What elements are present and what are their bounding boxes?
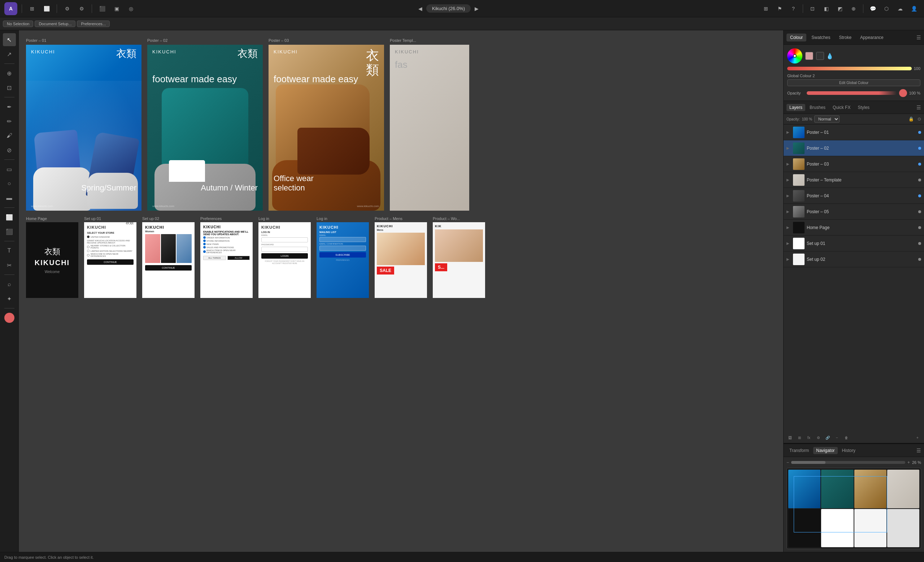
erase-tool[interactable]: ⊘ [3,143,16,157]
appearance-tab[interactable]: Appearance [856,34,887,42]
prefs-allow-btn[interactable]: ALLOW [227,256,250,260]
page-setup01-frame[interactable]: KIKUCHI 衣類 SELECT YOUR STORE UNITED KING… [84,222,136,298]
document-setup-btn[interactable]: Document Setup... [34,21,75,27]
toolbar-right-2[interactable]: ◧ [820,3,832,15]
shape-tool[interactable]: ▭ [3,163,16,176]
layer-adjust-icon[interactable]: ⚙ [814,433,823,441]
ellipse-tool[interactable]: ○ [3,177,16,190]
layer-item-poster01[interactable]: ▶ Poster – 01 [784,124,924,140]
cloud-icon[interactable]: ☁ [894,3,906,15]
lock-icon[interactable]: 🔒 [909,117,914,121]
login1-forgot[interactable]: FORGOT YOUR PASSWORD? DON'T HAVE AN ACCO… [261,260,308,265]
select-tool[interactable]: ↖ [3,33,16,46]
frame-icon[interactable]: ⬛ [96,3,108,15]
layer-grid-icon[interactable]: ⊞ [795,433,804,441]
nav-zoom-out-icon[interactable]: − [786,460,789,465]
styles-tab[interactable]: Styles [855,104,872,111]
login2-subscribe-btn[interactable]: SUBSCRIBE [320,252,366,257]
opacity-slider[interactable] [807,91,897,95]
login2-email-input[interactable] [320,237,366,242]
transform-tab[interactable]: Transform [786,447,812,454]
layer-item-setup02[interactable]: ▶ Set up 02 [784,251,924,267]
setup01-r3[interactable]: WHICH KIM IS OPEN NEAR DIFFERENCES [87,253,134,257]
layer-minus-icon[interactable]: − [832,433,842,441]
crop-tool[interactable]: ⊡ [3,81,16,94]
login1-btn[interactable]: LOGIN [261,253,308,259]
colour-slider[interactable] [787,67,912,70]
page-home-frame[interactable]: 衣類 KIKUCHI Welcome [26,222,78,298]
layer-item-setup01[interactable]: ▶ Set up 01 [784,236,924,251]
brushes-tab[interactable]: Brushes [807,104,828,111]
direct-select-tool[interactable]: ↗ [3,48,16,61]
layer-trash-icon[interactable]: 🗑 [842,433,851,441]
layer-photo-icon[interactable]: 🖼 [786,433,794,441]
right-arrow-icon[interactable]: ▶ [471,3,482,15]
bottom-panel-menu-icon[interactable]: ☰ [916,448,921,453]
pencil-tool[interactable]: ✏ [3,115,16,128]
layers-tab[interactable]: Layers [786,104,805,111]
user-icon[interactable]: 👤 [908,3,920,15]
chat-icon[interactable]: 💬 [867,3,879,15]
navigator-tab[interactable]: Navigator [813,447,837,454]
layer-item-poster04[interactable]: ▶ Poster – 04 [784,188,924,204]
settings-icon[interactable]: ⚙ [62,3,73,15]
layer-item-poster03[interactable]: ▶ Poster – 03 [784,156,924,172]
rpanel-menu-icon[interactable]: ☰ [916,34,921,40]
document-icon[interactable]: ⬜ [41,3,52,15]
layer-item-poster-tpl[interactable]: ▶ Poster – Template [784,172,924,188]
layer-item-poster05[interactable]: ▶ Poster – 05 [784,204,924,220]
page-product-women-frame[interactable]: KIK S... [433,222,485,298]
colour-tab[interactable]: Colour [786,34,806,42]
poster-frame-02[interactable]: KIKUCHI 衣類 footwear made easy Autumn / W… [147,45,263,211]
knife-tool[interactable]: ✂ [3,259,16,272]
layer-link-icon[interactable]: 🔗 [823,433,832,441]
fill-tool[interactable]: ⬛ [3,225,16,238]
setup02-btn[interactable]: CONTINUE [145,265,192,271]
layers-menu-icon[interactable]: ☰ [916,105,921,111]
flag-icon[interactable]: ⚑ [774,3,785,15]
login1-pass-input[interactable] [261,247,308,252]
blend-mode-dropdown[interactable]: Normal [814,115,840,123]
left-arrow-icon[interactable]: ◀ [415,3,426,15]
setup01-r1[interactable]: NEARBY STORES & COLLECTION POINTS [87,245,134,249]
preferences-icon[interactable]: ⚙ [76,3,87,15]
toolbar-right-1[interactable]: ⊡ [807,3,818,15]
toolbar-right-4[interactable]: ⊕ [848,3,860,15]
page-product-mens-frame[interactable]: KIKUCHI Mens SALE [375,222,427,298]
transform-tool[interactable]: ⊕ [3,67,16,80]
help-icon[interactable]: ? [788,3,799,15]
colour-wheel[interactable] [787,48,802,63]
text-tool[interactable]: T [3,244,16,257]
quickfx-tab[interactable]: Quick FX [830,104,853,111]
login1-email-input[interactable] [261,238,308,242]
history-tab[interactable]: History [839,447,858,454]
nav-zoom-slider[interactable] [791,461,905,464]
swatches-tab[interactable]: Swatches [808,34,834,42]
page-login2-frame[interactable]: KIKUCHI MAILING LIST EMAIL EMAIL CONFIRM… [316,222,369,298]
layers-lock2-icon[interactable]: ⊙ [918,117,921,121]
stroke-tab[interactable]: Stroke [835,34,855,42]
share-icon[interactable]: ⬡ [880,3,892,15]
toolbar-right-3[interactable]: ◩ [834,3,846,15]
login2-confirm-input[interactable] [320,246,366,251]
setup01-btn[interactable]: CONTINUE [87,259,134,265]
color-swatch-display[interactable] [4,313,14,323]
page-prefs-frame[interactable]: KIKUCHI ENABLE NOTIFICATIONS AND WE'LL S… [200,222,253,298]
zoom-tool[interactable]: ⌕ [3,278,16,291]
poster-frame-template[interactable]: KIKUCHI fas [390,45,469,211]
layer-fx-icon[interactable]: fx [804,433,813,441]
layer-item-homepage[interactable]: ▶ Home Page [784,220,924,236]
setup01-r2[interactable]: LIMITED EDITION SELECTIONS NEARBY [87,250,134,252]
prefs-skip-btn[interactable]: ALL THINGS [203,256,226,260]
no-selection-btn[interactable]: No Selection [3,21,33,27]
rect-tool[interactable]: ▬ [3,191,16,205]
grid-icon[interactable]: ⊞ [26,3,38,15]
frame3-icon[interactable]: ◎ [125,3,137,15]
canvas-area[interactable]: Poster – 01 KIKUCHI 衣類 Spring/Summer [19,30,783,552]
nav-zoom-in-icon[interactable]: + [908,460,910,465]
pen-tool[interactable]: ✒ [3,100,16,113]
gradient-tool[interactable]: ⬜ [3,211,16,224]
brush-tool[interactable]: 🖌 [3,129,16,142]
frame2-icon[interactable]: ▣ [111,3,122,15]
poster-frame-01[interactable]: KIKUCHI 衣類 Spring/Summer www.kikuchi.com [26,45,141,211]
